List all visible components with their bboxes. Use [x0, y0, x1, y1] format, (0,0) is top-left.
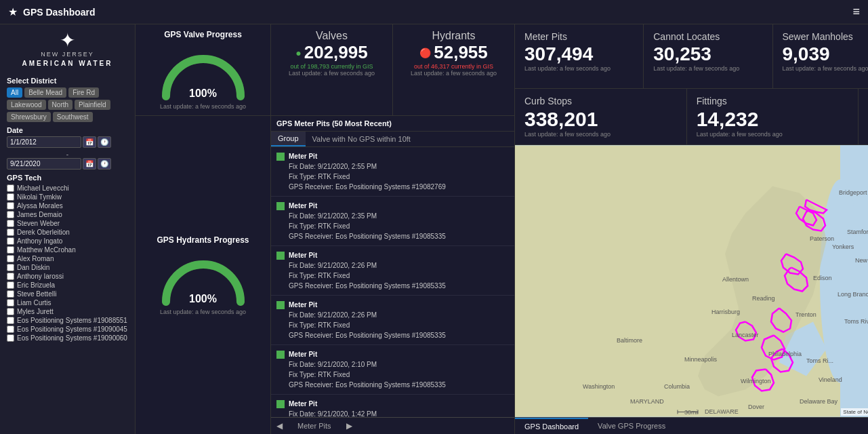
hydrants-progress-title: GPS Hydrants Progress [157, 235, 249, 245]
tech-checkbox[interactable] [7, 334, 14, 342]
district-btn-plainfield[interactable]: Plainfield [75, 100, 110, 110]
tech-checkbox[interactable] [7, 202, 14, 210]
tech-name: Derek Oberleition [17, 229, 70, 236]
valves-update: Last update: a few seconds ago [278, 70, 386, 77]
list-item: Meter Pit Fix Date: 9/21/2020, 2:55 PM F… [271, 147, 514, 197]
list-item: Steven Weber [7, 220, 128, 227]
sidebar: ✦ NEW JERSEY AMERICAN WATER Select Distr… [0, 24, 136, 434]
tech-checkbox[interactable] [7, 211, 14, 218]
tech-checkbox[interactable] [7, 326, 14, 333]
tech-name: Eric Brizuela [17, 281, 55, 289]
date-label: Date [7, 126, 128, 134]
district-btn-southwest[interactable]: Southwest [53, 112, 93, 122]
district-btn-fire-rd[interactable]: Fire Rd [68, 87, 99, 98]
hydrants-gauge: 100% [156, 248, 251, 309]
tech-checkbox[interactable] [7, 299, 14, 307]
stat-update: Last update: a few seconds ago [783, 65, 869, 72]
date-from-clock-button[interactable]: 🕐 [98, 136, 111, 148]
tech-name: Eos Positioning Systems #19090060 [17, 334, 127, 342]
tech-checkbox[interactable] [7, 229, 14, 236]
tech-checkbox[interactable] [7, 255, 14, 262]
right-stats: Meter Pits 307,494 Last update: a few se… [515, 24, 868, 434]
stat-title: Sewer Manholes [783, 31, 869, 42]
valves-value: 202,995 [304, 42, 368, 63]
date-to-input[interactable] [7, 158, 81, 170]
prev-arrow-icon[interactable]: ◀ [271, 418, 288, 434]
district-btn-lakewood[interactable]: Lakewood [7, 100, 46, 110]
tech-checkbox[interactable] [7, 317, 14, 324]
tab-gps-dashboard[interactable]: GPS Dashboard [515, 418, 588, 434]
district-btn-north[interactable]: North [48, 100, 73, 110]
list-item: Meter Pit Fix Date: 9/21/2020, 1:42 PM F… [271, 395, 514, 417]
pit-info: Meter Pit Fix Date: 9/21/2020, 2:35 PM F… [289, 201, 446, 241]
date-from-calendar-button[interactable]: 📅 [83, 136, 96, 148]
tech-checkbox[interactable] [7, 264, 14, 271]
district-btn-all[interactable]: All [7, 87, 22, 98]
tech-name: Alyssa Morales [17, 202, 63, 210]
pit-color-indicator [276, 202, 285, 210]
valve-update-text: Last update: a few seconds ago [160, 103, 246, 110]
stat-update: Last update: a few seconds ago [524, 65, 634, 72]
tech-checkbox[interactable] [7, 193, 14, 201]
svg-text:Dover: Dover [748, 403, 764, 410]
next-arrow-icon[interactable]: ▶ [341, 418, 358, 434]
pit-type: Meter Pit [289, 400, 317, 408]
tech-checkbox[interactable] [7, 281, 14, 289]
list-item: Meter Pit Fix Date: 9/21/2020, 2:26 PM F… [271, 246, 514, 296]
list-item: Anthony Iarossi [7, 273, 128, 280]
valve-progress-section: GPS Valve Progress 100% Last update: a f… [136, 24, 271, 115]
list-item: Matthew McCrohan [7, 246, 128, 254]
tab-valve-gps-progress[interactable]: Valve GPS Progress [588, 418, 675, 434]
tech-checkbox[interactable] [7, 273, 14, 280]
filter-tab-group[interactable]: Group [271, 132, 306, 146]
menu-icon[interactable]: ≡ [852, 5, 860, 19]
tech-list: Michael LevecchiNikolai TymkiwAlyssa Mor… [7, 184, 128, 342]
date-to-clock-button[interactable]: 🕐 [98, 158, 111, 170]
filter-tab-valve[interactable]: Valve with No GPS within 10ft [306, 132, 417, 146]
svg-text:Bridgeport: Bridgeport [839, 189, 867, 196]
district-btn-shrewsbury[interactable]: Shrewsbury [7, 112, 51, 122]
stat-update: Last update: a few seconds ago [653, 65, 762, 72]
svg-text:Allentown: Allentown [722, 276, 749, 283]
date-to-calendar-button[interactable]: 📅 [83, 158, 96, 170]
svg-text:Baltimore: Baltimore [617, 337, 642, 344]
tech-checkbox[interactable] [7, 246, 14, 254]
tech-name: Liam Curtis [17, 299, 51, 307]
svg-text:Delaware Bay: Delaware Bay [800, 398, 838, 405]
tech-checkbox[interactable] [7, 184, 14, 192]
stat-value: 338,201 [524, 109, 677, 130]
valves-sub-green: out of 198,793 currently in GIS [278, 63, 386, 70]
tech-checkbox[interactable] [7, 308, 14, 315]
tech-checkbox[interactable] [7, 290, 14, 298]
svg-text:Lancaster: Lancaster [732, 332, 759, 338]
hydrants-dot-icon: 🔴 [419, 47, 431, 58]
stat-block-sewer-manholes: Sewer Manholes 9,039 Last update: a few … [773, 24, 869, 88]
top-bar: ★ GPS Dashboard ≡ [0, 0, 868, 24]
tech-checkbox[interactable] [7, 237, 14, 245]
valves-title: Valves [278, 30, 386, 42]
date-to-row: 📅 🕐 [7, 158, 128, 170]
pit-color-indicator [276, 153, 285, 161]
svg-text:Toms River: Toms River [844, 318, 868, 325]
select-district-label: Select District [7, 77, 128, 85]
list-item: Meter Pit Fix Date: 9/21/2020, 2:26 PM F… [271, 296, 514, 345]
list-item: Eos Positioning Systems #19090045 [7, 326, 128, 333]
date-from-input[interactable] [7, 136, 81, 148]
list-item: Alex Roman [7, 255, 128, 262]
tab-meter-pits[interactable]: Meter Pits [288, 418, 341, 434]
stat-block-fittings: Fittings 14,232 Last update: a few secon… [687, 89, 859, 144]
tech-name: Matthew McCrohan [17, 246, 76, 254]
logo-star-icon: ✦ [7, 31, 128, 50]
svg-text:Washington: Washington [583, 383, 615, 390]
tech-checkbox[interactable] [7, 220, 14, 227]
stat-block-curb-stops: Curb Stops 338,201 Last update: a few se… [515, 89, 687, 144]
pit-info: Meter Pit Fix Date: 9/21/2020, 1:42 PM F… [289, 399, 446, 417]
gps-tech-label: GPS Tech [7, 174, 128, 182]
hydrants-gauge-pct: 100% [189, 293, 217, 305]
stats-row-2: Curb Stops 338,201 Last update: a few se… [515, 89, 868, 145]
tech-name: Alex Roman [17, 255, 54, 262]
district-btn-belle-mead[interactable]: Belle Mead [24, 87, 66, 98]
top-bar-left: ★ GPS Dashboard [8, 5, 96, 18]
tech-name: James Demaio [17, 211, 62, 218]
page-title: GPS Dashboard [23, 7, 96, 18]
